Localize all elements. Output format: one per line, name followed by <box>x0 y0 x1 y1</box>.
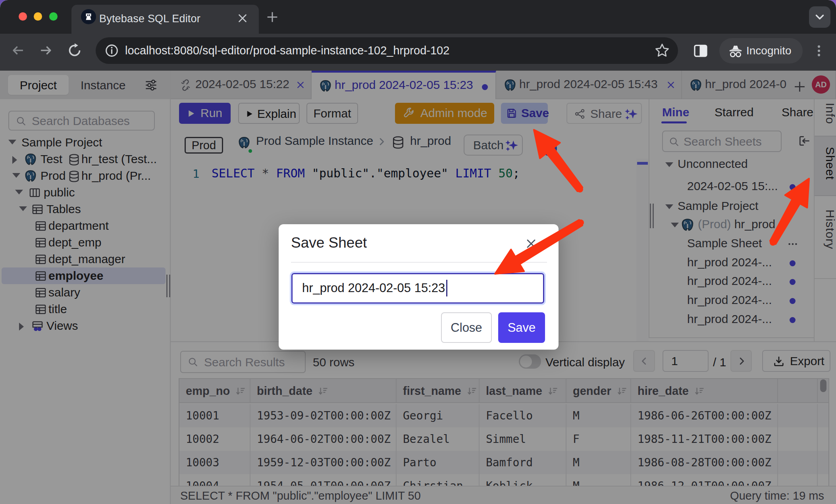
browser-window: Bytebase SQL Editor localhost:8080/sql-e… <box>0 0 836 504</box>
annotation-arrow-2 <box>495 220 582 274</box>
annotation-arrow-1 <box>534 130 582 191</box>
arrow-tail-cap <box>577 186 583 192</box>
annotation-arrow-3 <box>770 179 809 244</box>
arrow-tail-cap <box>578 219 584 226</box>
arrow-tail-cap <box>770 239 776 246</box>
annotation-arrows <box>0 0 836 504</box>
